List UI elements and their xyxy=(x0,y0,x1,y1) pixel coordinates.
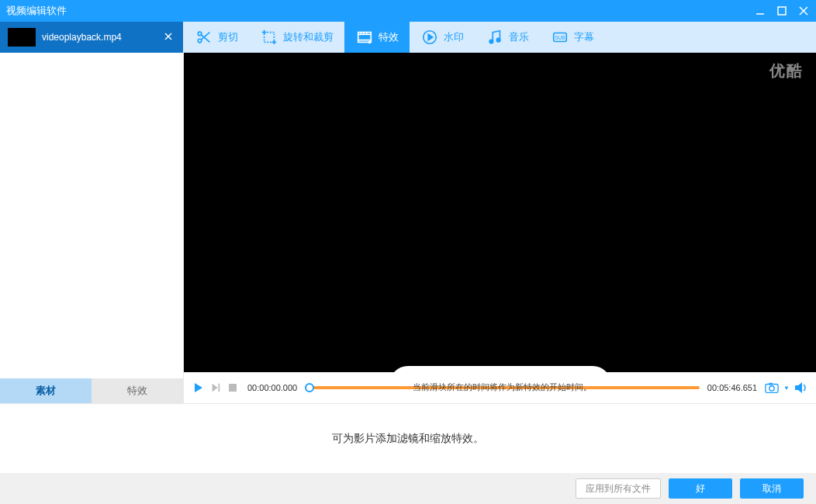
time-end: 00:05:46.651 xyxy=(707,383,757,392)
file-thumbnail xyxy=(8,28,36,47)
svg-point-21 xyxy=(369,42,371,43)
svg-rect-46 xyxy=(769,383,773,385)
time-start: 00:00:00.000 xyxy=(247,383,297,392)
timeline: 00:00:00.000 当前滑块所在的时间将作为新特效的开始时间。 00:05… xyxy=(184,372,816,403)
svg-point-24 xyxy=(489,40,493,43)
svg-rect-1 xyxy=(778,7,786,15)
svg-point-7 xyxy=(198,39,202,43)
toolbar-cut[interactable]: 剪切 xyxy=(184,22,249,53)
filmstrip-icon xyxy=(355,28,374,47)
titlebar: 视频编辑软件 xyxy=(0,0,816,22)
toolbar-cut-label: 剪切 xyxy=(218,30,238,44)
snapshot-button[interactable] xyxy=(765,381,779,395)
toolbar: 剪切 旋转和裁剪 特效 水印 xyxy=(184,22,816,53)
timeline-track[interactable]: 当前滑块所在的时间将作为新特效的开始时间。 xyxy=(305,380,700,395)
play-controls xyxy=(192,381,240,395)
crop-icon xyxy=(260,28,278,47)
tab-effects[interactable]: 特效 xyxy=(92,378,183,403)
next-frame-button[interactable] xyxy=(209,381,223,395)
svg-point-45 xyxy=(769,386,774,391)
bottom-description: 可为影片添加滤镜和缩放特效。 xyxy=(0,404,816,473)
svg-point-6 xyxy=(198,32,202,36)
maximize-button[interactable] xyxy=(776,5,788,17)
music-icon xyxy=(486,28,504,47)
toolbar-subtitle-label: 字幕 xyxy=(574,30,594,44)
stop-button[interactable] xyxy=(226,381,240,395)
chevron-down-icon[interactable]: ▼ xyxy=(783,385,790,392)
cancel-button[interactable]: 取消 xyxy=(740,478,804,499)
toolbar-effects-label: 特效 xyxy=(379,30,399,44)
tab-material[interactable]: 素材 xyxy=(0,378,92,403)
watermark-icon xyxy=(420,28,439,47)
apply-all-button[interactable]: 应用到所有文件 xyxy=(576,478,661,499)
volume-button[interactable] xyxy=(794,381,808,395)
video-watermark: 优酷 xyxy=(769,60,804,81)
toolbar-watermark[interactable]: 水印 xyxy=(410,22,475,53)
sidebar-tabs: 素材 特效 xyxy=(0,378,183,403)
toolbar-music-label: 音乐 xyxy=(509,30,529,44)
toolbar-rotate[interactable]: 旋转和裁剪 xyxy=(249,22,344,53)
ok-button[interactable]: 好 xyxy=(669,478,732,499)
view-controls: ▼ xyxy=(765,381,808,395)
file-close-button[interactable] xyxy=(161,32,175,43)
toolbar-subtitle[interactable]: SUB 字幕 xyxy=(540,22,605,53)
toolbar-effects[interactable]: 特效 xyxy=(344,22,410,53)
toolbar-watermark-label: 水印 xyxy=(444,30,464,44)
timeline-hint: 当前滑块所在的时间将作为新特效的开始时间。 xyxy=(413,381,592,393)
window-title: 视频编辑软件 xyxy=(6,4,754,18)
sidebar: videoplayback.mp4 素材 特效 xyxy=(0,22,184,403)
svg-point-25 xyxy=(496,38,500,42)
svg-text:SUB: SUB xyxy=(555,35,565,40)
close-button[interactable] xyxy=(797,5,810,17)
toolbar-rotate-label: 旋转和裁剪 xyxy=(283,30,334,44)
file-item[interactable]: videoplayback.mp4 xyxy=(0,22,183,53)
bottom-panel: 可为影片添加滤镜和缩放特效。 应用到所有文件 好 取消 xyxy=(0,403,816,504)
bottom-bar: 应用到所有文件 好 取消 xyxy=(0,473,816,504)
subtitle-icon: SUB xyxy=(551,28,569,47)
scissors-icon xyxy=(195,28,213,47)
svg-marker-40 xyxy=(195,383,202,392)
video-preview[interactable]: 优酷 xyxy=(184,53,816,372)
window-controls xyxy=(754,5,810,17)
file-name: videoplayback.mp4 xyxy=(42,32,161,43)
svg-rect-10 xyxy=(265,33,275,43)
svg-marker-41 xyxy=(213,384,218,392)
toolbar-music[interactable]: 音乐 xyxy=(475,22,540,53)
minimize-button[interactable] xyxy=(754,5,766,17)
svg-rect-43 xyxy=(229,384,237,392)
svg-marker-23 xyxy=(428,34,433,40)
play-button[interactable] xyxy=(192,381,206,395)
track-handle[interactable] xyxy=(305,383,314,392)
